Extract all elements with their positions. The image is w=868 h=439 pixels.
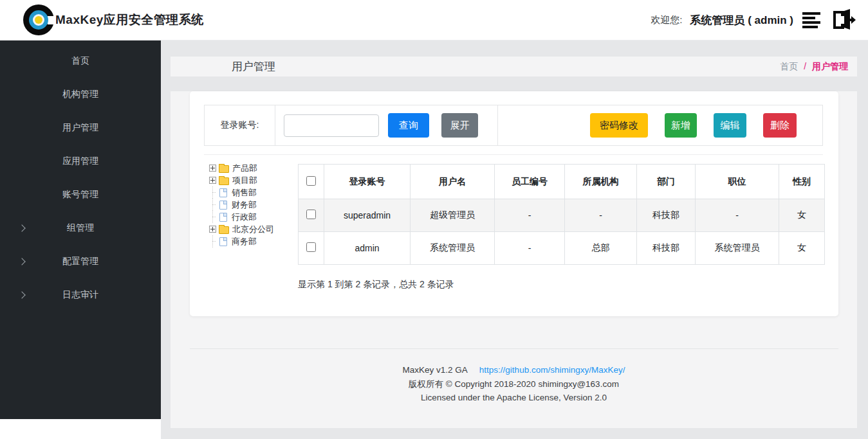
top-header-bar: MaxKey应用安全管理系统 欢迎您: 系统管理员 ( admin ) [0,0,868,40]
delete-button[interactable]: 删除 [763,113,797,138]
column-header-0[interactable]: 登录账号 [324,165,411,199]
logout-icon[interactable] [828,8,858,32]
query-button[interactable]: 查询 [388,113,429,138]
add-button[interactable]: 新增 [665,113,697,138]
edit-button[interactable]: 编辑 [714,113,746,138]
cell-1-4: 科技部 [637,232,696,265]
column-header-1[interactable]: 用户名 [411,165,495,199]
cell-1-0: admin [324,232,411,265]
sidebar-item-7[interactable]: 日志审计 [0,278,161,312]
cell-1-2: - [495,232,565,265]
sidebar-item-3[interactable]: 应用管理 [0,145,161,178]
column-header-2[interactable]: 员工编号 [495,165,565,199]
cell-0-6: 女 [779,199,825,232]
maxkey-logo-icon [23,4,54,35]
sidebar-item-label: 日志审计 [62,289,98,301]
tree-connector-line [209,186,216,199]
document-icon [219,237,227,246]
table-row-1[interactable]: admin系统管理员-总部科技部系统管理员女 [299,232,825,265]
action-button-group: 密码修改 新增 编辑 删除 [590,113,797,138]
cell-0-1: 超级管理员 [411,199,495,232]
tree-node-4[interactable]: 行政部 [209,211,298,223]
column-header-3[interactable]: 所属机构 [565,165,637,199]
collapsed-search-divider [204,154,823,155]
user-table: 登录账号用户名员工编号所属机构部门职位性别superadmin超级管理员--科技… [298,164,825,265]
breadcrumb-home-link[interactable]: 首页 [780,61,798,71]
expand-button[interactable]: 展开 [441,113,478,138]
user-management-card: 登录账号: 查询 展开 密码修改 新增 编辑 删除 产品部项目部销售部财务部行政… [190,91,838,316]
tree-node-6[interactable]: 商务部 [209,235,298,247]
cell-1-1: 系统管理员 [411,232,495,265]
tree-node-label: 销售部 [232,187,257,199]
row-checkbox[interactable] [306,242,316,252]
tree-node-label: 北京分公司 [232,224,274,235]
organization-tree: 产品部项目部销售部财务部行政部北京分公司商务部 [209,162,298,247]
login-account-input[interactable] [284,114,379,137]
cell-0-0: superadmin [324,199,411,232]
select-all-cell [299,165,324,199]
sidebar-item-label: 机构管理 [62,89,98,100]
tree-connector-line [209,199,216,211]
sidebar-item-4[interactable]: 账号管理 [0,178,161,211]
footer-version-line: MaxKey v1.2 GAhttps://github.com/shiming… [171,363,857,377]
tree-node-label: 商务部 [232,236,257,247]
cell-0-5: - [696,199,779,232]
tree-node-0[interactable]: 产品部 [209,162,298,174]
tree-node-1[interactable]: 项目部 [209,174,298,186]
tree-node-2[interactable]: 销售部 [209,186,298,199]
toolbar-divider [497,105,498,145]
sidebar-item-2[interactable]: 用户管理 [0,111,161,145]
menu-list-icon[interactable] [801,10,826,30]
sidebar-item-6[interactable]: 配置管理 [0,245,161,278]
column-header-4[interactable]: 部门 [637,165,696,199]
tree-expander-plus-icon[interactable] [209,226,216,233]
tree-node-label: 产品部 [232,163,257,174]
search-toolbar: 登录账号: 查询 展开 密码修改 新增 编辑 删除 [204,105,823,146]
folder-icon [219,165,229,173]
sidebar-item-1[interactable]: 机构管理 [0,78,161,111]
sidebar-item-5[interactable]: 组管理 [0,211,161,245]
tree-expander-plus-icon[interactable] [209,177,216,184]
footer-copyright: 版权所有 © Copyright 2018-2020 shimingxy@163… [171,377,857,391]
chevron-right-icon [18,224,25,231]
document-icon [219,213,227,222]
chevron-right-icon [18,258,25,265]
cell-0-4: 科技部 [637,199,696,232]
sidebar-item-label: 配置管理 [62,256,98,267]
row-checkbox[interactable] [306,210,316,219]
content-panel: 登录账号: 查询 展开 密码修改 新增 编辑 删除 产品部项目部销售部财务部行政… [171,91,857,428]
chevron-right-icon [18,291,25,298]
cell-1-6: 女 [779,232,825,265]
table-row-0[interactable]: superadmin超级管理员--科技部-女 [299,199,825,232]
change-password-button[interactable]: 密码修改 [590,113,648,138]
page-footer: MaxKey v1.2 GAhttps://github.com/shiming… [171,363,857,405]
column-header-5[interactable]: 职位 [696,165,779,199]
sidebar-item-label: 用户管理 [62,122,98,134]
tree-expander-plus-icon[interactable] [209,165,216,172]
sidebar-item-label: 首页 [71,55,89,67]
select-all-checkbox[interactable] [306,176,316,186]
sidebar-item-0[interactable]: 首页 [0,44,161,78]
breadcrumb-separator: / [804,61,806,71]
tree-node-5[interactable]: 北京分公司 [209,223,298,235]
login-account-label: 登录账号: [205,105,275,145]
folder-icon [219,177,229,185]
github-link[interactable]: https://github.com/shimingxy/MaxKey/ [479,365,625,375]
footer-license: Licensed under the Apache License, Versi… [171,391,857,405]
cell-1-3: 总部 [565,232,637,265]
breadcrumb-current: 用户管理 [812,61,848,71]
app-title: MaxKey应用安全管理系统 [55,12,204,28]
sidebar-item-label: 账号管理 [62,189,98,201]
column-header-6[interactable]: 性别 [779,165,825,199]
welcome-label: 欢迎您: [651,14,682,26]
row-select-cell [299,199,324,232]
tree-node-3[interactable]: 财务部 [209,199,298,211]
sidebar-item-label: 组管理 [67,222,94,234]
current-user-name: 系统管理员 ( admin ) [690,13,793,28]
cell-0-2: - [495,199,565,232]
sidebar-item-label: 应用管理 [62,156,98,167]
folder-icon [219,226,229,234]
cell-1-5: 系统管理员 [696,232,779,265]
tree-node-label: 行政部 [232,211,257,223]
tree-node-label: 财务部 [232,199,257,211]
